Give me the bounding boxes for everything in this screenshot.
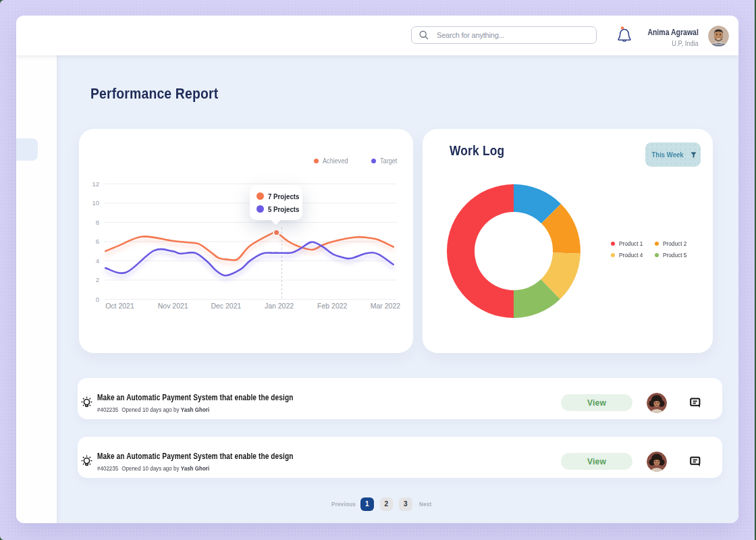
- legend-label: Product 4: [619, 251, 643, 259]
- sidebar: [16, 55, 57, 523]
- search-input[interactable]: [435, 30, 596, 40]
- legend-dot: [655, 242, 659, 246]
- x-tick-label: Feb 2022: [317, 302, 348, 310]
- legend-label: Target: [380, 157, 397, 165]
- series-achieved-line: [105, 232, 393, 261]
- donut-legend-item: Product 5: [655, 251, 691, 259]
- main-content: Performance Report AchievedTarget 024681…: [57, 55, 738, 523]
- tooltip-dot: [256, 192, 264, 200]
- comment-icon[interactable]: [690, 397, 701, 408]
- legend-dot: [611, 242, 615, 246]
- chart-legend-item: Achieved: [314, 157, 352, 165]
- tooltip-dot: [256, 205, 264, 213]
- legend-dot: [314, 159, 319, 163]
- search-box[interactable]: [411, 26, 597, 44]
- pagination-page-2[interactable]: 2: [380, 497, 394, 511]
- page-title: Performance Report: [90, 86, 218, 103]
- tooltip-label: 5 Projects: [268, 205, 299, 213]
- chart-legend-item: Target: [371, 157, 400, 165]
- pagination-page-1[interactable]: 1: [360, 497, 374, 511]
- bell-icon[interactable]: [617, 26, 632, 45]
- pagination-page-3[interactable]: 3: [399, 497, 412, 511]
- notification-badge: [621, 26, 624, 29]
- chart-legend: AchievedTarget: [79, 157, 413, 165]
- y-tick-label: 4: [96, 257, 99, 265]
- y-tick-label: 6: [96, 238, 99, 245]
- task-text: Make an Automatic Payment System that en…: [97, 393, 329, 413]
- top-bar: Anima Agrawal U.P, India: [16, 16, 738, 55]
- tooltip-row: 7 Projects: [250, 190, 302, 202]
- user-avatar[interactable]: [708, 26, 729, 47]
- performance-chart-card: AchievedTarget 024681012Oct 2021Nov 2021…: [79, 129, 413, 353]
- x-tick-label: Jan 2022: [265, 302, 294, 310]
- task-row: Make an Automatic Payment System that en…: [78, 437, 722, 478]
- task-id: #402235: [97, 406, 118, 413]
- task-meta: #402235Opened 10 days ago by Yash Ghori: [97, 406, 209, 413]
- tooltip-label: 7 Projects: [268, 192, 299, 200]
- y-tick-label: 12: [92, 180, 99, 188]
- task-author: Yash Ghori: [181, 406, 209, 413]
- legend-label: Product 5: [663, 251, 686, 259]
- donut-legend-item: Product 1: [611, 240, 647, 247]
- tooltip-row: 5 Projects: [250, 202, 302, 215]
- y-tick-label: 0: [96, 296, 99, 303]
- donut-legend-item: Product 4: [611, 251, 647, 259]
- task-id: #402235: [97, 464, 118, 472]
- legend-dot: [371, 159, 376, 163]
- work-log-card: Work Log This Week Product 1Product 2Pro…: [423, 129, 713, 353]
- pagination-next[interactable]: Next: [419, 501, 432, 508]
- legend-dot: [611, 253, 615, 257]
- task-author: Yash Ghori: [181, 464, 209, 472]
- task-row: Make an Automatic Payment System that en…: [78, 378, 722, 419]
- legend-label: Product 1: [619, 240, 643, 247]
- x-tick-label: Oct 2021: [105, 302, 134, 310]
- sidebar-active-item[interactable]: [16, 138, 38, 161]
- search-icon: [419, 30, 429, 40]
- donut-legend: Product 1Product 2Product 4Product 5: [611, 240, 690, 259]
- y-tick-label: 2: [96, 276, 99, 284]
- task-title: Make an Automatic Payment System that en…: [97, 393, 294, 402]
- y-tick-label: 10: [92, 199, 99, 207]
- legend-label: Product 2: [663, 240, 686, 247]
- view-button[interactable]: View: [561, 453, 632, 470]
- comment-icon[interactable]: [690, 456, 701, 467]
- app-window: Anima Agrawal U.P, India Performance Rep…: [16, 16, 738, 523]
- donut-legend-item: Product 2: [655, 240, 691, 247]
- pagination-previous[interactable]: Previous: [331, 501, 356, 508]
- lightbulb-icon: [80, 454, 94, 468]
- task-meta: #402235Opened 10 days ago by Yash Ghori: [97, 464, 209, 472]
- task-opened: Opened 10 days ago by: [122, 406, 181, 413]
- lightbulb-icon: [80, 396, 94, 410]
- task-title: Make an Automatic Payment System that en…: [97, 452, 294, 461]
- x-tick-label: Dec 2021: [211, 302, 241, 310]
- legend-dot: [655, 253, 659, 257]
- assignee-avatar[interactable]: [647, 452, 667, 472]
- user-location: U.P, India: [672, 39, 699, 47]
- legend-label: Achieved: [323, 157, 348, 165]
- view-button[interactable]: View: [561, 394, 632, 411]
- chart-tooltip: 7 Projects5 Projects: [250, 185, 302, 220]
- task-text: Make an Automatic Payment System that en…: [97, 452, 329, 472]
- x-tick-label: Nov 2021: [158, 302, 188, 310]
- donut-segment: [447, 184, 514, 318]
- task-opened: Opened 10 days ago by: [122, 464, 181, 472]
- user-name[interactable]: Anima Agrawal: [648, 28, 699, 37]
- x-tick-label: Mar 2022: [371, 302, 401, 310]
- highlight-marker-dot: [273, 230, 279, 236]
- y-tick-label: 8: [96, 219, 99, 226]
- pagination: Previous123Next: [329, 497, 433, 511]
- assignee-avatar[interactable]: [647, 393, 667, 413]
